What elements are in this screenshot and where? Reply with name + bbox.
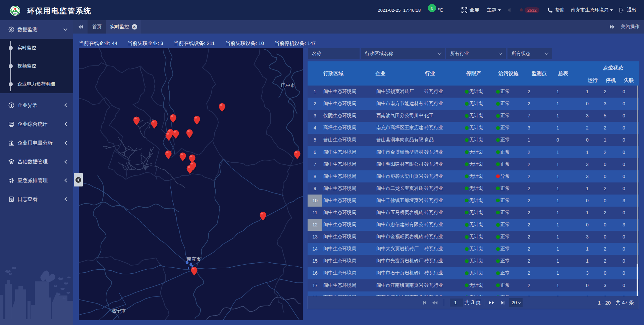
map-pin-icon[interactable]	[164, 150, 172, 160]
table-scrollbar-track[interactable]	[637, 86, 638, 264]
tabs-scroll-left-button[interactable]	[76, 20, 86, 34]
table-row[interactable]: 11阆中生态环境局阆中市五马桥页岩机砖砖瓦行业无计划正常21120	[308, 207, 639, 219]
row-number: 7	[308, 158, 322, 170]
region-filter-select[interactable]: 行政区域名称	[361, 48, 445, 59]
status-filter-select[interactable]: 所有状态	[507, 48, 552, 59]
sidebar-item-4[interactable]: 基础数据管理	[0, 152, 73, 171]
submenu-dot-icon	[9, 64, 13, 68]
map-pin-icon[interactable]	[193, 115, 201, 125]
table-row[interactable]: 18南部生态环境局南部县新华水泥有限公砖瓦行业无计划正常60060	[308, 291, 639, 296]
sidebar-item-6[interactable]: 日志查看	[0, 190, 73, 209]
cell-lost: 0	[614, 158, 634, 170]
cell-company: 阆中市金福旺页岩机砖	[376, 231, 423, 243]
close-operations-button[interactable]: 关闭操作	[621, 20, 640, 34]
cell-stop: 无计划	[465, 207, 483, 219]
col-header-stop: 停限产	[466, 70, 481, 77]
status-dot-green	[465, 235, 469, 239]
marquee-toggle-button[interactable]	[507, 0, 511, 20]
cell-region: 阆中生态环境局	[323, 255, 356, 267]
theme-label: 主题	[487, 7, 496, 13]
status-dot-green	[465, 102, 469, 106]
cell-company: 南充市高坪区王家店建	[376, 122, 423, 134]
sidebar-item-2[interactable]: 企业综合统计	[0, 115, 73, 133]
status-dot-green	[496, 259, 500, 263]
name-filter-input[interactable]: 名称	[308, 48, 360, 59]
sidebar-subitem-label: 企业电力负荷明细	[17, 81, 55, 87]
status-dot-green	[496, 162, 500, 166]
cell-halt: 2	[595, 255, 615, 267]
map-pin-icon[interactable]	[218, 102, 226, 113]
prev-page-button[interactable]	[432, 296, 438, 309]
table-row[interactable]: 12阆中生态环境局阆中市忠信建材有限公砖瓦行业无计划正常21003	[308, 219, 639, 231]
row-number: 18	[308, 291, 322, 296]
sidebar-group-data-monitoring[interactable]: 数据监测	[0, 20, 73, 39]
map-pin-icon[interactable]	[172, 129, 180, 140]
last-page-button[interactable]	[501, 296, 505, 309]
cell-facility: 正常	[496, 267, 510, 279]
table-row[interactable]: 1阆中生态环境局阆中强锐页岩砖厂砖瓦行业无计划正常21120	[308, 86, 639, 98]
table-row[interactable]: 10阆中生态环境局阆中千佛镇五郎垭页岩砖瓦行业无计划正常21003	[308, 195, 639, 207]
cell-facility: 正常	[496, 219, 510, 231]
notification-count-badge[interactable]: 2632	[525, 7, 539, 13]
table-row[interactable]: 6阆中生态环境局阆中市金博瑞新型墙材砖瓦行业无计划正常21120	[308, 146, 639, 158]
logout-icon	[619, 7, 625, 13]
map-panel[interactable]: 巴中市南充市遂宁市	[79, 48, 303, 320]
cell-facility: 正常	[496, 243, 510, 255]
table-row[interactable]: 14阆中生态环境局阆中大兴页岩机砖厂砖瓦行业无计划正常21120	[308, 243, 639, 255]
notifications-button[interactable]	[519, 0, 524, 20]
sidebar-subitem-1[interactable]: 实时监控	[0, 39, 73, 57]
next-page-button[interactable]	[489, 296, 494, 309]
page-number-input[interactable]	[450, 299, 463, 307]
theme-dropdown[interactable]: 主题	[487, 0, 501, 20]
map-pin-icon[interactable]	[190, 266, 198, 276]
sidebar-item-5[interactable]: 应急减排管理	[0, 171, 73, 190]
table-row[interactable]: 7阆中生态环境局阆中明阳建材有限公司砖瓦行业无计划正常21300	[308, 158, 639, 170]
map-pin-icon[interactable]	[259, 211, 267, 221]
map-pin-icon[interactable]	[186, 164, 194, 175]
table-row[interactable]: 5营山生态环境局营山县润丰肉食品有限食品无计划正常10010	[308, 134, 639, 146]
map-pin-icon[interactable]	[179, 152, 187, 162]
status-dot-red	[496, 174, 500, 178]
table-row[interactable]: 4高坪生态环境局南充市高坪区王家店建砖瓦行业无计划正常31220	[308, 122, 639, 134]
map-pin-icon[interactable]	[169, 113, 177, 124]
tab-realtime-monitoring[interactable]: 实时监控 ✕	[106, 20, 141, 34]
table-row[interactable]: 17阆中生态环境局阆中市江南镇阆南页岩砖瓦行业无计划正常21030	[308, 279, 639, 291]
cell-total: 1	[541, 267, 575, 279]
row-number: 3	[308, 110, 322, 122]
help-button[interactable]: 帮助	[547, 0, 565, 20]
industry-filter-select[interactable]: 所有行业	[446, 48, 506, 59]
first-page-button[interactable]	[422, 296, 426, 309]
cell-monitor: 2	[517, 170, 541, 182]
table-row[interactable]: 15阆中生态环境局阆中市光富页岩机砖厂砖瓦行业无计划正常21120	[308, 255, 639, 267]
tab-close-icon[interactable]: ✕	[132, 24, 137, 30]
table-row[interactable]: 8阆中生态环境局阆中市枣碧大梁山页岩砖瓦行业无计划异常21300	[308, 170, 639, 182]
last-page-icon	[501, 301, 505, 305]
logout-button[interactable]: 退出	[619, 0, 636, 20]
map-pin-icon[interactable]	[165, 131, 173, 142]
table-row[interactable]: 3仪陇生态环境局西南油气田分公司川中化工无计划正常71350	[308, 110, 639, 122]
cell-region: 南部生态环境局	[323, 291, 356, 296]
sidebar-subitem-2[interactable]: 视频监控	[0, 57, 73, 75]
org-dropdown[interactable]: 南充市生态环境局	[571, 0, 613, 20]
map-collapse-handle[interactable]	[74, 173, 83, 186]
table-row[interactable]: 16阆中生态环境局阆中市石子页岩机砖厂砖瓦行业无计划正常21300	[308, 267, 639, 279]
table-row[interactable]: 2阆中生态环境局阆中市南方节能建材有砖瓦行业无计划正常21030	[308, 98, 639, 110]
table-scrollbar-thumb[interactable]	[637, 264, 638, 296]
map-pin-icon[interactable]	[185, 128, 194, 139]
row-number: 11	[308, 207, 322, 219]
sidebar-item-3[interactable]: 企业用电量分析	[0, 133, 73, 152]
sidebar-item-1[interactable]: 企业异常	[0, 96, 73, 115]
tabs-scroll-right-button[interactable]	[607, 20, 617, 34]
map-pin-icon[interactable]	[132, 116, 141, 126]
cell-facility: 正常	[496, 146, 510, 158]
page-size-select[interactable]: 20	[509, 298, 523, 307]
cell-industry: 化工	[424, 110, 434, 122]
content: 当前在线企业: 44当前失联企业: 3当前在线设备: 211当前失联设备: 10…	[73, 34, 644, 325]
tab-home[interactable]: 首页	[88, 20, 106, 34]
table-row[interactable]: 13阆中生态环境局阆中市金福旺页岩机砖砖瓦行业无计划正常21300	[308, 231, 639, 243]
map-pin-icon[interactable]	[293, 150, 301, 160]
fullscreen-button[interactable]: 全屏	[462, 0, 479, 20]
map-pin-icon[interactable]	[150, 119, 158, 129]
sidebar-subitem-3[interactable]: 企业电力负荷明细	[0, 75, 73, 93]
table-row[interactable]: 9阆中生态环境局阆中市二龙长宝页岩砖砖瓦行业无计划正常21120	[308, 182, 639, 195]
